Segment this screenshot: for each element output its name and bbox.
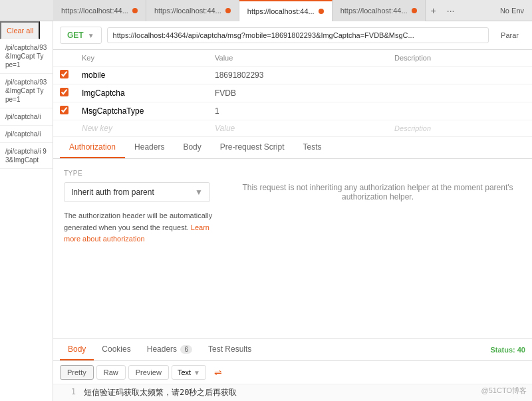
- auth-left-panel: TYPE Inherit auth from parent ▼ The auth…: [64, 170, 223, 328]
- tab-3-label: https://localhost:44...: [247, 7, 315, 15]
- table-row: MsgCaptchaType 1: [53, 102, 532, 120]
- auth-select-arrow-icon: ▼: [195, 188, 203, 197]
- preview-button[interactable]: Preview: [128, 365, 169, 380]
- sidebar-item-4[interactable]: /pi/captcha/i 93&ImgCapt: [0, 143, 53, 169]
- tab-1-label: https://localhost:44...: [61, 7, 128, 15]
- content-area: GET ▼ https://localhost:44364/api/captch…: [53, 21, 532, 401]
- tab-2-label: https://localhost:44...: [154, 7, 221, 15]
- tab-headers[interactable]: Headers: [125, 137, 174, 158]
- status-badge: Status: 40: [490, 346, 525, 354]
- request-bar: GET ▼ https://localhost:44364/api/captch…: [53, 21, 532, 50]
- params-section: Key Value Description mobile 18691802293: [53, 50, 532, 137]
- auth-right-text: This request is not inheriting any autho…: [242, 183, 513, 201]
- row-0-key[interactable]: mobile: [75, 67, 208, 84]
- auth-type-select[interactable]: Inherit auth from parent ▼: [64, 182, 210, 202]
- method-arrow-icon: ▼: [88, 32, 94, 39]
- tab-4-label: https://localhost:44...: [340, 7, 408, 15]
- bottom-tab-body[interactable]: Body: [60, 339, 94, 360]
- tab-pre-request-script[interactable]: Pre-request Script: [211, 137, 294, 158]
- pretty-button[interactable]: Pretty: [60, 365, 94, 380]
- auth-right-panel: This request is not inheriting any autho…: [234, 170, 521, 328]
- tab-authorization[interactable]: Authorization: [60, 137, 125, 158]
- sidebar-item-1[interactable]: /pi/captcha/93&ImgCapt Type=1: [0, 74, 53, 108]
- bottom-tab-headers[interactable]: Headers 6: [139, 339, 200, 360]
- params-table: Key Value Description mobile 18691802293: [53, 50, 532, 137]
- add-tab-button[interactable]: +: [426, 0, 442, 21]
- tab-3-dot: [319, 9, 324, 14]
- tab-4[interactable]: https://localhost:44...: [332, 0, 426, 21]
- row-2-checkbox[interactable]: [60, 106, 68, 114]
- raw-button[interactable]: Raw: [96, 365, 126, 380]
- line-number-1: 1: [60, 387, 76, 398]
- tab-1[interactable]: https://localhost:44...: [53, 0, 146, 21]
- row-0-desc: [388, 67, 532, 84]
- row-2-desc: [388, 102, 532, 120]
- sidebar: Clear all /pi/captcha/93&ImgCapt Type=1 …: [0, 21, 53, 401]
- format-select[interactable]: Text ▼: [172, 365, 206, 380]
- table-row: mobile 18691802293: [53, 67, 532, 84]
- clear-all-button[interactable]: Clear all: [0, 21, 40, 39]
- main-layout: Clear all /pi/captcha/93&ImgCapt Type=1 …: [0, 21, 532, 401]
- auth-section: TYPE Inherit auth from parent ▼ The auth…: [53, 159, 532, 338]
- response-line-1: 1 短信验证码获取太频繁，请20秒之后再获取: [53, 384, 532, 401]
- tab-tests[interactable]: Tests: [293, 137, 331, 158]
- row-2-value[interactable]: 1: [208, 102, 388, 120]
- format-arrow-icon: ▼: [194, 369, 200, 376]
- bottom-tabs-bar: Body Cookies Headers 6 Test Results Stat…: [53, 338, 532, 361]
- new-key-placeholder[interactable]: New key: [82, 124, 112, 133]
- row-0-checkbox[interactable]: [60, 70, 68, 78]
- line-content-1: 短信验证码获取太频繁，请20秒之后再获取: [84, 387, 237, 398]
- tabs-bar: https://localhost:44... https://localhos…: [0, 0, 532, 21]
- more-tabs-button[interactable]: ···: [442, 0, 460, 21]
- col-check: [53, 50, 75, 67]
- auth-type-value: Inherit auth from parent: [71, 188, 154, 197]
- headers-count-badge: 6: [180, 345, 192, 354]
- wrap-icon[interactable]: ⇌: [214, 367, 222, 378]
- response-body: 1 短信验证码获取太频繁，请20秒之后再获取: [53, 384, 532, 401]
- tab-body[interactable]: Body: [174, 137, 210, 158]
- response-toolbar: Pretty Raw Preview Text ▼ ⇌: [53, 361, 532, 384]
- sidebar-item-0[interactable]: /pi/captcha/93&ImgCapt Type=1: [0, 39, 53, 74]
- row-1-value[interactable]: FVDB: [208, 84, 388, 102]
- tab-2[interactable]: https://localhost:44...: [146, 0, 239, 21]
- method-button[interactable]: GET ▼: [60, 27, 102, 44]
- url-input[interactable]: https://localhost:44364/api/captcha/msg?…: [107, 27, 489, 43]
- sidebar-item-2[interactable]: /pi/captcha/i: [0, 108, 53, 126]
- row-1-checkbox[interactable]: [60, 88, 68, 96]
- sidebar-item-3[interactable]: /pi/captcha/i: [0, 126, 53, 143]
- new-value-placeholder[interactable]: Value: [215, 124, 235, 133]
- auth-description: The authorization header will be automat…: [64, 210, 223, 245]
- auth-type-label: TYPE: [64, 170, 223, 177]
- table-row: ImgCaptcha FVDB: [53, 84, 532, 102]
- row-0-value[interactable]: 18691802293: [208, 67, 388, 84]
- new-key-row: New key Value Description: [53, 120, 532, 137]
- row-2-key[interactable]: MsgCaptchaType: [75, 102, 208, 120]
- params-button[interactable]: Parar: [494, 28, 525, 43]
- col-value: Value: [208, 50, 388, 67]
- no-env-label: No Env: [492, 7, 532, 15]
- tab-2-dot: [225, 8, 231, 13]
- col-key: Key: [75, 50, 208, 67]
- row-1-desc: [388, 84, 532, 102]
- watermark: @51CTO博客: [481, 386, 527, 396]
- bottom-tab-test-results[interactable]: Test Results: [200, 339, 259, 360]
- method-label: GET: [67, 31, 84, 40]
- tab-3[interactable]: https://localhost:44...: [239, 0, 332, 21]
- inner-tabs-bar: Authorization Headers Body Pre-request S…: [53, 137, 532, 159]
- tab-4-dot: [412, 8, 417, 13]
- col-desc: Description: [388, 50, 532, 67]
- row-1-key[interactable]: ImgCaptcha: [75, 84, 208, 102]
- new-desc-placeholder[interactable]: Description: [394, 124, 431, 132]
- tab-1-dot: [132, 8, 138, 13]
- bottom-tab-cookies[interactable]: Cookies: [94, 339, 138, 360]
